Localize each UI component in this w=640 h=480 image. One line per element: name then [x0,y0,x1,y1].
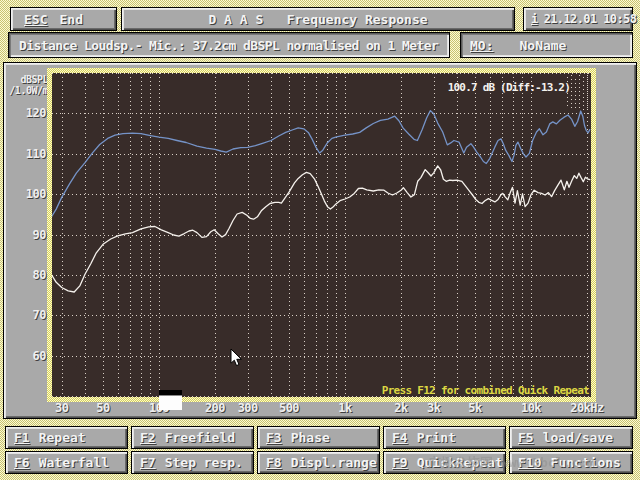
y-tick-label: 70 [4,308,46,322]
f6-label: Waterfall [39,455,109,470]
frequency-response-plot: 100.7 dB (Diff:-13.2) Press F12 for comb… [52,73,591,397]
f2-label: Freefield [165,430,235,445]
y-tick-label: 100 [4,187,46,201]
app-title-bar: D A A S Frequency Response [121,7,515,31]
measurement-status-bar: Distance Loudsp.- Mic.: 37.2cm dBSPL nor… [8,32,450,58]
f8-label: Displ.range [291,455,377,470]
f7-key: F7 [140,455,156,470]
mo-key-label: MO: [470,38,493,53]
f10-label: Functions [550,455,620,470]
f10-key: F10 [518,455,541,470]
y-tick-label: 110 [4,147,46,161]
y-tick-label: 60 [4,349,46,363]
f3-key: F3 [266,430,282,445]
y-tick-label: 80 [4,268,46,282]
y-tick-label: 120 [4,106,46,120]
app-title: D A A S Frequency Response [208,12,427,27]
f6-waterfall-button[interactable]: F6 Waterfall [5,451,128,474]
esc-end-button[interactable]: ESC End [10,7,117,31]
info-datetime-button[interactable]: i 21.12.01 10:58 [523,7,633,31]
esc-action-label: End [59,12,82,27]
f8-key: F8 [266,455,282,470]
f4-label: Print [417,430,456,445]
f1-key: F1 [14,430,30,445]
f5-key: F5 [518,430,534,445]
f8-displ-range-button[interactable]: F8 Displ.range [257,451,380,474]
chart-frame: 100.7 dB (Diff:-13.2) Press F12 for comb… [47,68,596,402]
f1-repeat-button[interactable]: F1 Repeat [5,426,128,449]
f4-key: F4 [392,430,408,445]
info-key-label: i [531,12,538,26]
daas-screen: ESC End D A A S Frequency Response i 21.… [0,0,640,480]
f4-print-button[interactable]: F4 Print [383,426,506,449]
mo-value-label: NoName [519,38,566,53]
f5-load-save-button[interactable]: F5 load/save [509,426,633,449]
lower-response-curve [52,166,590,292]
f2-key: F2 [140,430,156,445]
f10-functions-button[interactable]: F10 Functions [509,451,633,474]
f6-key: F6 [14,455,30,470]
f3-label: Phase [291,430,330,445]
response-curves-svg [52,73,591,397]
gate-marker-box [159,395,182,410]
datetime-label: 21.12.01 10:58 [544,12,637,26]
y-tick-label: 90 [4,228,46,242]
y-axis-unit-line1: dBSPL [6,74,48,85]
f2-freefield-button[interactable]: F2 Freefield [131,426,254,449]
f7-step-resp-button[interactable]: F7 Step resp. [131,451,254,474]
upper-response-curve [52,111,590,217]
y-axis-unit-line2: /1.0W/m [6,85,48,96]
f3-phase-button[interactable]: F3 Phase [257,426,380,449]
x-tick-label: 20kHz [552,401,622,415]
memory-name-field[interactable]: MO: NoName [460,32,633,58]
esc-key-label: ESC [24,12,47,27]
f9-label: QuickRepeat [417,455,503,470]
f12-hint-text: Press F12 for combined Quick Repeat [382,384,589,397]
f9-key: F9 [392,455,408,470]
f5-label: load/save [543,430,613,445]
f7-label: Step resp. [165,455,243,470]
measurement-status-text: Distance Loudsp.- Mic.: 37.2cm dBSPL nor… [19,38,438,53]
f9-quick-repeat-button[interactable]: F9 QuickRepeat [383,451,506,474]
f1-label: Repeat [39,430,86,445]
level-readout: 100.7 dB (Diff:-13.2) [448,81,570,94]
